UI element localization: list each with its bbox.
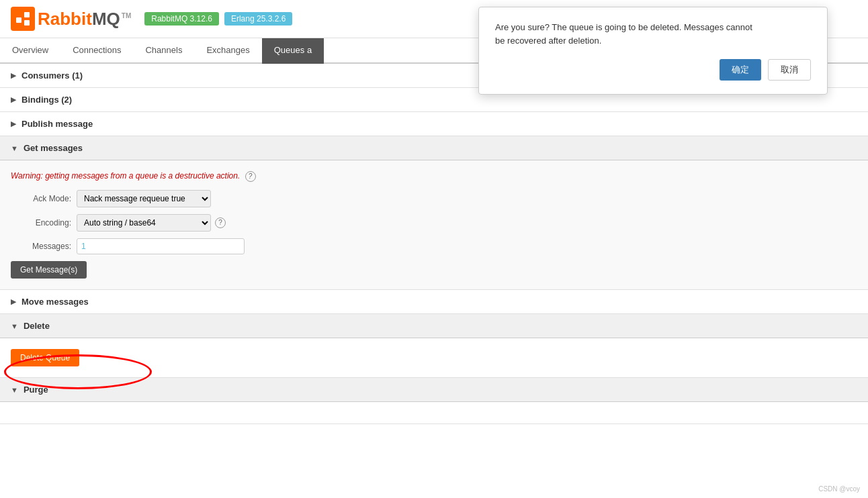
move-messages-section-header[interactable]: ▶ Move messages [0, 290, 868, 314]
encoding-label: Encoding: [11, 218, 71, 228]
confirm-dialog: Are you sure? The queue is going to be d… [478, 7, 828, 95]
move-messages-title: Move messages [21, 297, 89, 307]
consumers-title: Consumers (1) [21, 70, 83, 81]
nav-connections[interactable]: Connections [60, 38, 133, 64]
nav-channels[interactable]: Channels [133, 38, 194, 64]
warning-help-icon[interactable]: ? [245, 171, 256, 182]
ack-mode-label: Ack Mode: [11, 194, 71, 203]
get-messages-body: Warning: getting messages from a queue i… [0, 160, 868, 290]
encoding-help-icon[interactable]: ? [215, 217, 226, 228]
purge-section-header[interactable]: ▼ Purge [0, 378, 868, 402]
warning-text: Warning: getting messages from a queue i… [11, 171, 857, 182]
logo: RabbitMQTM [11, 7, 131, 31]
messages-input[interactable]: 1 [77, 238, 245, 254]
delete-title: Delete [24, 321, 50, 331]
delete-queue-button[interactable]: Delete Queue [11, 349, 79, 366]
svg-rect-0 [16, 17, 21, 23]
logo-text: RabbitMQTM [38, 9, 131, 30]
delete-section-header[interactable]: ▼ Delete [0, 314, 868, 338]
messages-row: Messages: 1 [11, 238, 857, 254]
encoding-select[interactable]: Auto string / base64 base64 [77, 214, 211, 232]
publish-section-header[interactable]: ▶ Publish message [0, 112, 868, 136]
ack-mode-select[interactable]: Nack message requeue true Nack message r… [77, 190, 211, 207]
get-messages-section-header[interactable]: ▼ Get messages [0, 136, 868, 160]
encoding-row: Encoding: Auto string / base64 base64 ? [11, 214, 857, 232]
move-messages-arrow: ▶ [11, 297, 16, 306]
purge-body [0, 402, 868, 424]
bindings-title: Bindings (2) [21, 95, 72, 105]
get-messages-title: Get messages [24, 143, 83, 153]
get-messages-arrow: ▼ [11, 144, 18, 152]
messages-label: Messages: [11, 242, 71, 251]
svg-rect-2 [24, 20, 30, 26]
delete-arrow: ▼ [11, 322, 18, 330]
delete-highlight: Delete Queue [11, 349, 857, 366]
dialog-confirm-button[interactable]: 确定 [720, 59, 761, 81]
bindings-arrow: ▶ [11, 95, 16, 104]
nav-queues[interactable]: Queues a [262, 38, 324, 64]
purge-title: Purge [24, 385, 48, 395]
dialog-text: Are you sure? The queue is going to be d… [495, 21, 811, 47]
version-badges: RabbitMQ 3.12.6 Erlang 25.3.2.6 [144, 12, 292, 26]
dialog-cancel-button[interactable]: 取消 [768, 59, 811, 81]
delete-body: Delete Queue [0, 338, 868, 378]
svg-rect-1 [24, 12, 30, 17]
get-messages-button[interactable]: Get Message(s) [11, 261, 87, 279]
consumers-arrow: ▶ [11, 71, 16, 80]
logo-icon [11, 7, 35, 31]
erlang-version-badge: Erlang 25.3.2.6 [224, 12, 292, 26]
nav-exchanges[interactable]: Exchanges [194, 38, 261, 64]
ack-mode-row: Ack Mode: Nack message requeue true Nack… [11, 190, 857, 207]
purge-arrow: ▼ [11, 386, 18, 394]
dialog-buttons: 确定 取消 [495, 59, 811, 81]
content: ▶ Consumers (1) ▶ Bindings (2) ▶ Publish… [0, 64, 868, 424]
publish-title: Publish message [21, 119, 93, 129]
publish-arrow: ▶ [11, 119, 16, 128]
rabbitmq-version-badge: RabbitMQ 3.12.6 [144, 12, 219, 26]
nav-overview[interactable]: Overview [0, 38, 60, 64]
